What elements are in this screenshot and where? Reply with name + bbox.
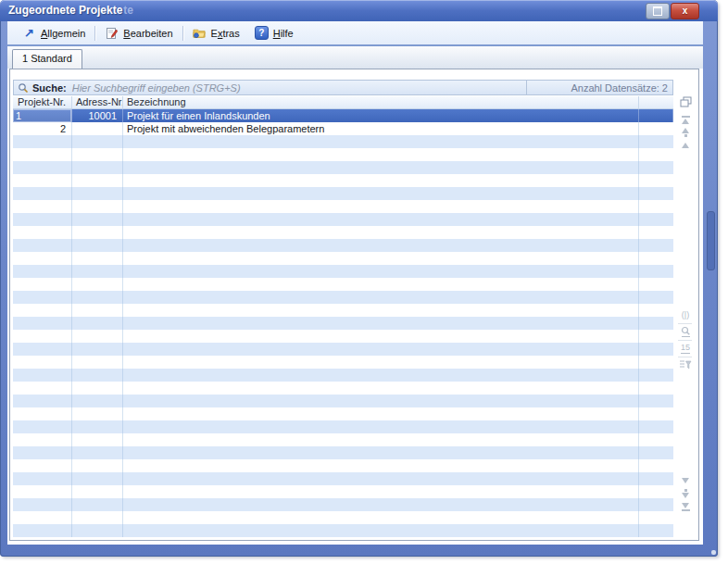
table-row[interactable] (13, 369, 673, 382)
table-cell[interactable] (13, 382, 72, 395)
table-row[interactable] (13, 459, 673, 472)
search-input[interactable]: Hier Suchbegriff eingeben (STRG+S) (72, 82, 241, 94)
search-bar[interactable]: Suche: Hier Suchbegriff eingeben (STRG+S… (13, 80, 673, 95)
table-cell[interactable] (639, 446, 673, 459)
table-cell[interactable] (72, 472, 123, 485)
table-cell[interactable] (13, 278, 72, 291)
table-cell[interactable] (72, 459, 123, 472)
table-cell[interactable] (123, 382, 639, 395)
column-header-projekt-nr[interactable]: Projekt-Nr. (13, 96, 72, 108)
column-header-empty[interactable] (639, 96, 673, 108)
table-row[interactable] (13, 226, 673, 239)
table-cell[interactable] (639, 433, 673, 446)
table-cell[interactable] (13, 200, 72, 213)
table-cell[interactable] (72, 395, 123, 407)
table-row[interactable] (13, 446, 673, 459)
table-row[interactable] (13, 420, 673, 433)
table-cell[interactable] (72, 187, 123, 200)
table-cell[interactable] (72, 511, 123, 524)
table-cell[interactable] (639, 265, 673, 278)
table-cell[interactable] (639, 485, 673, 498)
table-cell[interactable] (639, 356, 673, 369)
table-cell[interactable] (13, 174, 72, 187)
table-row[interactable] (13, 511, 673, 524)
table-cell[interactable] (13, 498, 72, 511)
table-cell[interactable] (13, 265, 72, 278)
table-cell[interactable] (72, 369, 123, 382)
table-cell[interactable] (639, 369, 673, 382)
table-cell[interactable] (639, 420, 673, 433)
table-row[interactable] (13, 174, 673, 187)
table-cell[interactable] (13, 239, 72, 252)
table-cell[interactable] (123, 330, 639, 343)
table-cell[interactable] (639, 291, 673, 304)
scroll-last-icon[interactable] (677, 501, 694, 512)
table-cell[interactable] (123, 135, 639, 148)
menu-item-bearbeiten[interactable]: Bearbeiten (97, 25, 180, 42)
table-cell[interactable]: Projekt für einen Inlandskunden (123, 109, 639, 122)
table-cell[interactable] (72, 343, 123, 356)
table-cell[interactable] (123, 433, 639, 446)
table-cell[interactable] (13, 433, 72, 446)
table-cell[interactable] (123, 148, 639, 161)
table-cell[interactable] (13, 304, 72, 317)
scroll-first-icon[interactable] (677, 114, 694, 125)
table-cell[interactable] (123, 291, 639, 304)
table-cell[interactable] (13, 356, 72, 369)
table-cell[interactable] (639, 122, 673, 135)
table-cell[interactable] (13, 317, 72, 330)
titlebar[interactable]: Zugeordnete Projektete x (0, 0, 718, 21)
table-row[interactable] (13, 343, 673, 356)
table-cell[interactable] (72, 382, 123, 395)
table-cell[interactable] (72, 356, 123, 369)
table-row[interactable] (13, 382, 673, 395)
table-cell[interactable] (13, 407, 72, 420)
table-row[interactable] (13, 187, 673, 200)
table-cell[interactable] (123, 356, 639, 369)
table-cell[interactable] (123, 304, 639, 317)
table-cell[interactable] (123, 407, 639, 420)
table-cell[interactable] (72, 291, 123, 304)
table-cell[interactable] (13, 472, 72, 485)
table-cell[interactable] (72, 226, 123, 239)
column-header-bezeichnung[interactable]: Bezeichnung (123, 96, 639, 108)
menu-item-hilfe[interactable]: ? Hilfe (247, 25, 301, 42)
zoom-search-icon[interactable] (677, 326, 694, 337)
table-row[interactable] (13, 485, 673, 498)
table-cell[interactable] (639, 407, 673, 420)
table-cell[interactable] (639, 148, 673, 161)
tab-standard[interactable]: 1 Standard (12, 49, 82, 69)
menu-item-extras[interactable]: Extras (185, 25, 247, 42)
table-row[interactable]: 2Projekt mit abweichenden Belegparameter… (13, 122, 673, 135)
close-button[interactable]: x (671, 3, 699, 19)
table-cell[interactable] (123, 252, 639, 265)
table-row[interactable] (13, 304, 673, 317)
table-row[interactable] (13, 161, 673, 174)
table-cell[interactable] (639, 161, 673, 174)
table-cell[interactable] (123, 174, 639, 187)
table-cell[interactable] (123, 459, 639, 472)
table-cell[interactable] (123, 472, 639, 485)
table-cell[interactable] (123, 265, 639, 278)
table-cell[interactable] (639, 213, 673, 226)
table-cell[interactable]: 2 (13, 122, 72, 135)
right-border-grip[interactable] (707, 211, 715, 270)
table-cell[interactable] (72, 148, 123, 161)
table-cell[interactable] (639, 200, 673, 213)
filter-icon[interactable] (677, 359, 694, 370)
table-cell[interactable] (72, 278, 123, 291)
table-cell[interactable] (639, 382, 673, 395)
sort-icon[interactable]: 15 (677, 343, 694, 354)
table-cell[interactable] (639, 278, 673, 291)
table-cell[interactable] (123, 200, 639, 213)
table-cell[interactable] (72, 524, 123, 537)
table-cell[interactable] (72, 433, 123, 446)
table-cell[interactable] (72, 213, 123, 226)
table-cell[interactable] (72, 239, 123, 252)
table-cell[interactable] (639, 330, 673, 343)
table-cell[interactable] (13, 291, 72, 304)
table-cell[interactable] (72, 252, 123, 265)
table-row[interactable]: 110001Projekt für einen Inlandskunden (13, 109, 673, 122)
table-cell[interactable] (13, 485, 72, 498)
table-cell[interactable] (123, 498, 639, 511)
